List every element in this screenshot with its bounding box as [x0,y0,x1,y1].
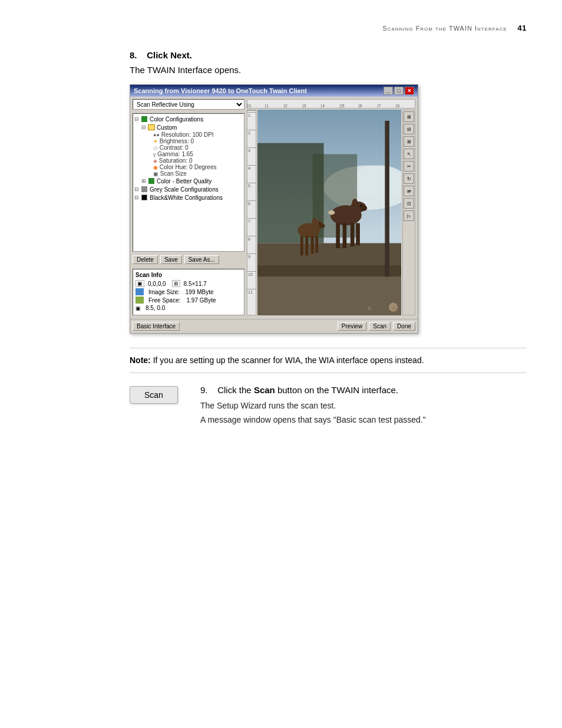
svg-rect-7 [257,276,401,315]
image-size-row: Image Size: 199 MByte [135,288,242,295]
step-8-description: The TWAIN Interface opens. [130,65,527,75]
twain-title: Scanning from Visioneer 9420 to OneTouch… [134,87,307,94]
side-mark-7: 7 [247,218,256,236]
folder-icon [147,124,156,131]
side-mark-8: 8 [247,236,256,253]
flip-button[interactable]: ⇌ [404,186,414,196]
expander-icon: ⊟ [134,186,140,192]
scan-reflective-dropdown[interactable]: Scan Reflective Using [133,99,244,110]
twain-titlebar: Scanning from Visioneer 9420 to OneTouch… [130,85,418,97]
crop-button[interactable]: ✂ [404,161,414,172]
position-icon: ▣ [135,305,141,311]
side-mark-4: 4 [247,165,256,183]
paste-button[interactable]: ▷ [404,210,414,221]
svg-rect-8 [385,121,389,276]
color-icon [140,116,148,123]
step-8-period: . [190,50,192,60]
scan-button-image-area: Scan [130,386,189,404]
gray-icon [140,186,148,193]
ruler-mark-0: 0 [247,104,265,108]
svg-point-13 [352,199,358,207]
scan-coords: ▣ [135,280,144,287]
position-value: 8.5, 0.0 [146,305,165,311]
scan-size-icon: ⊞ [172,280,180,287]
tree-label: Color - Better Quality [157,178,211,185]
deer-scene-svg: © ☺ [257,110,401,315]
tree-custom[interactable]: ⊟ Custom [134,123,243,131]
ruler-mark-5: |5 [340,104,359,108]
svg-point-12 [360,204,362,206]
step-8-number: 8. [130,50,137,60]
preview-image: © ☺ [257,110,401,315]
svg-rect-17 [356,223,360,246]
step-9-text: 9. Click the Scan button on the TWAIN in… [200,385,527,429]
svg-rect-14 [336,223,340,248]
twain-left-panel: Scan Reflective Using ⊟ Color Configurat… [133,99,244,315]
note-text: If you are setting up the scanner for WI… [151,355,424,365]
ruler-mark-4: 4 [321,104,340,108]
basic-interface-button[interactable]: Basic Interface [133,322,180,331]
free-space-label: Free Space: [148,297,180,304]
ruler-mark-7: 7 [378,104,396,108]
side-toolbar: ⊞ ⊟ ⊞ ↖ ✂ ↻ ⇌ ⊡ ▷ [402,110,415,315]
disk-icon [135,297,144,304]
twain-titlebar-buttons: _ □ ✕ [384,87,414,95]
free-space-row: Free Space: 1.97 GByte [135,297,242,304]
rotate-button[interactable]: ↻ [404,173,414,184]
expander-icon: ⊟ [134,195,140,200]
step-9-sub1: The Setup Wizard runs the scan test. [200,401,527,410]
svg-rect-27 [311,236,314,253]
zoom-out-button[interactable]: ⊟ [404,124,414,134]
tree-label: Grey Scale Configurations [150,186,219,193]
tree-color-configs[interactable]: ⊟ Color Configurations [134,115,243,123]
position-row: ▣ 8.5, 0.0 [135,305,242,311]
save-button[interactable]: Save [160,255,182,264]
page-header: Scanning From the TWAIN Interface 41 [0,24,562,32]
tree-brightness: ✦ Brightness: 0 [134,138,243,144]
ruler-mark-6: 6 [359,104,378,108]
svg-rect-26 [305,236,308,255]
image-size-label: Image Size: [148,289,180,295]
side-mark-3: 3 [247,147,256,165]
maximize-button[interactable]: □ [394,87,404,95]
minimize-button[interactable]: _ [384,87,393,95]
bottom-right-buttons: Preview Scan Done [338,322,415,331]
section-title: Scanning From the TWAIN Interface [382,25,507,32]
close-button[interactable]: ✕ [405,87,414,95]
zoom-in-button[interactable]: ⊞ [404,111,414,122]
scan-coords-value: 0,0,0,0 [148,281,166,287]
tree-saturation: ◈ Saturation: 0 [134,157,243,164]
svg-text:☺: ☺ [391,304,397,311]
grid-button[interactable]: ⊞ [404,136,414,147]
step-8: 8. Click Next. The TWAIN Interface opens… [130,50,527,334]
step-8-instruction-pre: Click [147,50,170,60]
watermark: © [368,307,371,311]
ruler-mark-3: 3 [303,104,322,108]
side-mark-6: 6 [247,200,256,218]
tree-greyscale[interactable]: ⊟ Grey Scale Configurations [134,185,243,193]
bw-icon [140,194,148,201]
ruler-marks: 0 1 2 3 4 |5 6 7 8 [247,100,415,108]
pointer-button[interactable]: ↖ [404,149,414,159]
tree-bw[interactable]: ⊟ Black&White Configurations [134,193,243,202]
scan-info-box: Scan Info ▣ 0,0,0,0 ⊞ 8.5×11.7 Image Siz… [133,269,244,315]
step-9-sub2: A message window opens that says "Basic … [200,415,527,424]
side-mark-1: 1 [247,112,256,130]
page-number: 41 [518,24,527,32]
svg-rect-16 [351,223,355,247]
preview-button[interactable]: Preview [338,322,367,331]
side-mark-11: 11 [247,289,256,307]
delete-button[interactable]: Delete [133,255,158,264]
scan-button-twain[interactable]: Scan [369,322,391,331]
svg-marker-18 [349,207,356,216]
copy-button[interactable]: ⊡ [404,198,414,209]
step-8-label: 8. Click Next. [130,50,527,60]
save-as-button[interactable]: Save As... [184,255,219,264]
top-ruler: 0 1 2 3 4 |5 6 7 8 [247,99,415,108]
tree-better-quality[interactable]: ⊞ Color - Better Quality [134,177,243,185]
svg-point-23 [319,223,321,225]
color2-icon [147,177,156,185]
done-button[interactable]: Done [393,322,415,331]
side-ruler: 1 2 3 4 5 6 7 8 9 10 11 [247,110,256,315]
free-space-value: 1.97 GByte [186,297,216,304]
